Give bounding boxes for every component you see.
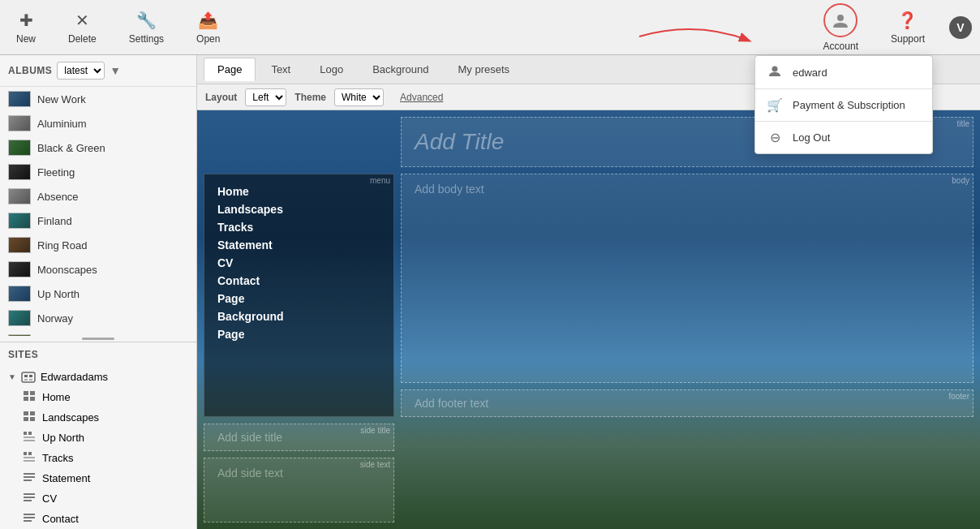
- sites-header: SITES: [0, 342, 196, 367]
- albums-label: ALBUMS: [8, 65, 52, 76]
- svg-rect-6: [29, 379, 32, 381]
- svg-rect-10: [30, 397, 35, 401]
- sidebar-album-item[interactable]: Aluminium: [0, 111, 196, 135]
- sidebar-album-item[interactable]: Absence: [0, 184, 196, 209]
- advanced-link[interactable]: Advanced: [400, 92, 443, 103]
- album-thumbnail: [8, 286, 31, 302]
- tab-page[interactable]: Page: [204, 58, 256, 81]
- settings-button[interactable]: 🔧 Settings: [121, 6, 172, 49]
- site-item-name: CV: [42, 492, 57, 505]
- sidebar-album-item[interactable]: Norway: [0, 306, 196, 330]
- support-button[interactable]: ❓ Support: [883, 6, 933, 49]
- red-arrow: [631, 16, 761, 57]
- body-label-tag: body: [952, 176, 969, 185]
- sidebar-album-item[interactable]: New Work: [0, 87, 196, 111]
- svg-rect-9: [24, 397, 28, 401]
- open-button[interactable]: 📤 Open: [188, 6, 228, 49]
- theme-label: Theme: [294, 92, 326, 103]
- album-thumbnail: [8, 115, 31, 131]
- sidebar-item-tracks[interactable]: Tracks: [0, 448, 196, 468]
- side-text-placeholder: Add side text: [217, 467, 283, 480]
- site-item-name: Statement: [42, 472, 90, 484]
- site-root[interactable]: ▼ Edwardadams: [0, 367, 196, 387]
- sidebar-item-up-north[interactable]: Up North: [0, 428, 196, 448]
- canvas-menu-item[interactable]: Page: [217, 290, 380, 308]
- menu-label-tag: menu: [370, 176, 390, 185]
- dropdown-payment[interactable]: 🛒 Payment & Subscription: [755, 89, 932, 121]
- sidebar-album-item[interactable]: Ring Road: [0, 233, 196, 257]
- canvas-side-title-box[interactable]: Add side title side title: [204, 424, 394, 451]
- new-button[interactable]: ✚ New: [8, 6, 44, 49]
- canvas-menu-item[interactable]: Statement: [217, 236, 380, 254]
- sidebar-item-cv[interactable]: CV: [0, 488, 196, 509]
- payment-text: Payment & Subscription: [793, 99, 905, 111]
- v-label: V: [956, 21, 964, 34]
- toolbar: ✚ New ✕ Delete 🔧 Settings 📤 Open: [0, 0, 980, 55]
- dropdown-username[interactable]: edward: [755, 56, 932, 88]
- svg-rect-2: [22, 372, 35, 382]
- sidebar-item-landscapes[interactable]: Landscapes: [0, 407, 196, 428]
- canvas-menu-item[interactable]: Background: [217, 308, 380, 325]
- site-item-icon: [23, 492, 36, 505]
- canvas-menu-item[interactable]: Page: [217, 325, 380, 343]
- tab-text[interactable]: Text: [257, 58, 304, 81]
- sidebar-item-statement[interactable]: Statement: [0, 468, 196, 488]
- sidebar-album-item[interactable]: Up North: [0, 282, 196, 306]
- sidebar-item-contact[interactable]: Contact: [0, 509, 196, 529]
- theme-select[interactable]: White: [334, 88, 384, 106]
- album-name: Ring Road: [37, 239, 87, 252]
- delete-label: Delete: [68, 33, 97, 45]
- sidebar-album-item[interactable]: Black & Green: [0, 135, 196, 160]
- sidebar-album-item[interactable]: Sweden: [0, 330, 196, 336]
- canvas-menu-item[interactable]: Landscapes: [217, 200, 380, 218]
- user-icon: [767, 64, 783, 80]
- site-item-name: Tracks: [42, 452, 74, 464]
- title-label-tag: title: [956, 119, 969, 128]
- layout-select[interactable]: Left: [245, 88, 286, 106]
- tab-background[interactable]: Background: [359, 58, 442, 81]
- footer-placeholder: Add footer text: [415, 397, 488, 410]
- v-button[interactable]: V: [949, 16, 972, 39]
- new-icon: ✚: [19, 11, 33, 30]
- payment-icon: 🛒: [767, 97, 783, 113]
- canvas-menu-item[interactable]: Home: [217, 183, 380, 200]
- svg-rect-24: [24, 476, 35, 478]
- album-name: Absence: [37, 191, 79, 203]
- dropdown-logout[interactable]: ⊖ Log Out: [755, 122, 932, 153]
- album-thumbnail: [8, 237, 31, 253]
- canvas-side-text-box[interactable]: Add side text side text: [204, 458, 394, 523]
- account-button[interactable]: Account: [815, 0, 866, 57]
- svg-rect-17: [24, 437, 35, 438]
- tab-logo[interactable]: Logo: [306, 58, 357, 81]
- person-icon: [832, 11, 849, 29]
- canvas-body-box[interactable]: Add body text body: [401, 174, 974, 383]
- svg-rect-25: [24, 480, 32, 481]
- svg-rect-13: [24, 417, 28, 421]
- svg-rect-21: [24, 457, 35, 458]
- title-placeholder: Add Title: [415, 129, 504, 154]
- album-thumbnail: [8, 310, 31, 326]
- support-icon: ❓: [897, 11, 918, 30]
- canvas-menu-item[interactable]: CV: [217, 254, 380, 272]
- site-item-icon: [23, 411, 36, 424]
- album-name: Aluminium: [37, 118, 87, 130]
- svg-rect-31: [24, 520, 32, 522]
- canvas-menu-panel: menu HomeLandscapesTracksStatementCVCont…: [204, 174, 394, 417]
- delete-button[interactable]: ✕ Delete: [60, 6, 105, 49]
- sidebar-album-item[interactable]: Fleeting: [0, 160, 196, 184]
- canvas-menu-item[interactable]: Tracks: [217, 218, 380, 236]
- account-dropdown: edward 🛒 Payment & Subscription ⊖ Log Ou…: [754, 55, 933, 154]
- canvas-menu-item[interactable]: Contact: [217, 272, 380, 290]
- sidebar-album-item[interactable]: Finland: [0, 209, 196, 233]
- album-thumbnail: [8, 140, 31, 156]
- logout-icon: ⊖: [767, 130, 783, 145]
- sidebar-album-item[interactable]: Moonscapes: [0, 257, 196, 282]
- canvas-footer-box[interactable]: Add footer text footer: [401, 389, 974, 417]
- tab-my-presets[interactable]: My presets: [445, 58, 524, 81]
- albums-sort-select[interactable]: latest: [57, 62, 105, 80]
- svg-rect-23: [24, 473, 35, 475]
- sort-arrow-icon[interactable]: ▼: [110, 64, 121, 77]
- sidebar-item-home[interactable]: Home: [0, 387, 196, 407]
- open-label: Open: [196, 33, 220, 45]
- albums-list: New Work Aluminium Black & Green Fleetin…: [0, 87, 196, 336]
